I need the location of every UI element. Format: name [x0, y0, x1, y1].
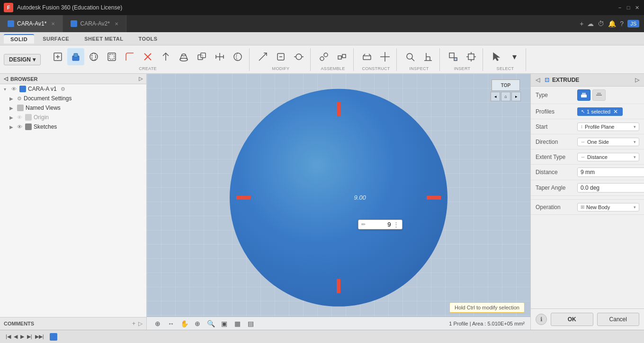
doc-settings-label: Document Settings	[24, 95, 72, 102]
panel-collapse-button[interactable]: ◁	[536, 77, 540, 83]
play-start-icon[interactable]: |◀	[6, 334, 11, 340]
view-cube-left-nav[interactable]: ◂	[491, 92, 500, 101]
view-cube-right-nav[interactable]: ▸	[511, 92, 521, 101]
browser-collapse-button[interactable]: ▷	[139, 76, 143, 82]
start-dropdown[interactable]: ↕ Profile Plane ▾	[577, 123, 639, 131]
notif-button[interactable]: 🔔	[608, 20, 616, 27]
modify-btn-3[interactable]	[290, 48, 307, 65]
browser-item-root[interactable]: ▾ 👁 CARA-A v1 ⚙	[0, 84, 146, 94]
distance-input[interactable]	[577, 167, 644, 177]
toolbar-tab-tools[interactable]: TOOLS	[132, 35, 164, 43]
minimize-button[interactable]: −	[617, 4, 623, 11]
toolbar-tab-surface[interactable]: SURFACE	[36, 35, 76, 43]
push-pull-button[interactable]	[157, 48, 174, 65]
canvas-tool-display[interactable]: ▣	[219, 318, 229, 329]
construct-btn-2[interactable]	[376, 48, 394, 65]
add-tab-button[interactable]: +	[580, 20, 583, 27]
canvas-tool-pan[interactable]: ↔	[166, 318, 176, 329]
operation-dropdown[interactable]: ⊞ New Body ▾	[577, 203, 639, 211]
panel-expand-icon[interactable]: ▷	[635, 77, 639, 83]
loft-button[interactable]	[175, 48, 192, 65]
play-end-icon[interactable]: ▶▶|	[35, 334, 44, 340]
ok-button[interactable]: OK	[551, 313, 593, 326]
info-button[interactable]: ℹ	[536, 314, 547, 325]
tab-cara-av1[interactable]: CARA-Av1* ✕	[0, 15, 63, 32]
help-button[interactable]: ?	[620, 20, 624, 27]
move-button[interactable]	[211, 48, 228, 65]
view-cube-home-nav[interactable]: ⌂	[501, 92, 510, 101]
insert-btn-2[interactable]	[463, 48, 480, 65]
toolbar-tab-sheetmetal[interactable]: SHEET METAL	[78, 35, 130, 43]
maximize-button[interactable]: □	[625, 4, 632, 11]
close-button[interactable]: ✕	[634, 4, 640, 11]
form-button[interactable]	[229, 48, 246, 65]
named-views-label: Named Views	[26, 105, 61, 111]
browser-item-origin[interactable]: ▶ 👁 Origin	[0, 113, 146, 122]
direction-dropdown[interactable]: ↔ One Side ▾	[577, 138, 639, 146]
modify-btn-1[interactable]	[254, 48, 271, 65]
profiles-selected-badge[interactable]: ↖ 1 selected ✕	[577, 107, 623, 116]
inspect-btn-2[interactable]	[420, 48, 437, 65]
assemble-btn-1[interactable]	[315, 48, 332, 65]
shell-button[interactable]	[103, 48, 120, 65]
inspect-btn-1[interactable]	[402, 48, 419, 65]
view-cube[interactable]: TOP ◂ ⌂ ▸	[487, 79, 525, 117]
canvas-tool-zoom-fit[interactable]: ⊕	[192, 318, 203, 329]
browser-item-named-views[interactable]: ▶ Named Views	[0, 103, 146, 113]
direction-value: ↔ One Side ▾	[577, 138, 639, 146]
comments-add-icon[interactable]: +	[132, 320, 135, 327]
browser-item-doc-settings[interactable]: ▶ ⚙ Document Settings	[0, 94, 146, 103]
fillet-button[interactable]	[121, 48, 138, 65]
design-workspace-button[interactable]: DESIGN ▾	[4, 54, 41, 65]
root-eye-icon[interactable]: 👁	[11, 86, 17, 92]
view-cube-top[interactable]: TOP	[492, 79, 520, 91]
cloud-button[interactable]: ☁	[587, 20, 594, 27]
type-btn-extrude[interactable]	[577, 89, 590, 101]
profiles-clear-button[interactable]: ✕	[612, 108, 619, 115]
toolbar-tab-solid[interactable]: SOLID	[4, 34, 34, 44]
modify-btn-2[interactable]	[272, 48, 289, 65]
extent-type-label: Extent Type	[536, 154, 573, 160]
tab-close-2[interactable]: ✕	[115, 21, 118, 26]
combine-button[interactable]	[193, 48, 210, 65]
dimension-input-box[interactable]: ✏ ⋮	[358, 220, 402, 229]
construct-btn-1[interactable]	[358, 48, 376, 65]
inspect-group-label: INSPECT	[409, 66, 429, 71]
play-next-icon[interactable]: ▶|	[27, 334, 32, 340]
create-sketch-button[interactable]	[49, 48, 66, 65]
insert-btn-1[interactable]	[445, 48, 462, 65]
revolve-button[interactable]	[85, 48, 102, 65]
profile-area-status: 1 Profile | Area : 5.010E+05 mm²	[449, 321, 525, 326]
canvas-tool-orbit[interactable]: ⊕	[152, 318, 163, 329]
input-more-icon[interactable]: ⋮	[393, 221, 399, 228]
delete-button[interactable]	[139, 48, 156, 65]
canvas-tool-more[interactable]: ▤	[245, 318, 256, 329]
type-btn-thin[interactable]	[592, 89, 606, 101]
origin-eye-icon[interactable]: 👁	[17, 114, 22, 120]
history-button[interactable]: ⏱	[598, 20, 604, 27]
canvas-tool-grid[interactable]: ▦	[232, 318, 242, 329]
taper-angle-input[interactable]	[577, 183, 644, 193]
select-dropdown[interactable]: ▾	[506, 48, 523, 65]
tab-close-1[interactable]: ✕	[51, 21, 55, 26]
comments-expand-icon[interactable]: ▷	[138, 320, 143, 327]
play-prev-icon[interactable]: ◀	[14, 334, 18, 340]
extent-type-dropdown[interactable]: ↔ Distance ▾	[577, 153, 639, 161]
extent-dd-icon: ↔	[581, 154, 585, 159]
user-avatar[interactable]: JS	[627, 20, 639, 27]
browser-item-sketches[interactable]: ▶ 👁 Sketches	[0, 122, 146, 132]
tab-cara-av2[interactable]: CARA-Av2* ✕	[63, 15, 126, 32]
dimension-input[interactable]	[367, 221, 391, 228]
select-btn-1[interactable]	[488, 48, 505, 65]
root-settings-icon[interactable]: ⚙	[61, 86, 65, 92]
start-row: Start ↕ Profile Plane ▾	[531, 119, 644, 134]
cancel-button[interactable]: Cancel	[597, 313, 640, 326]
canvas-tool-look[interactable]: ✋	[179, 318, 189, 329]
assemble-btn-2[interactable]	[333, 48, 350, 65]
play-icon[interactable]: ▶	[20, 334, 24, 340]
sketches-eye-icon[interactable]: 👁	[17, 124, 22, 130]
collapse-left-icon[interactable]: ◁	[4, 76, 8, 82]
canvas-tool-zoom[interactable]: 🔍	[206, 318, 216, 329]
canvas-area[interactable]: 9.00 ✏ ⋮ TOP ◂ ⌂ ▸ Hold Ctrl to modify s…	[147, 74, 530, 330]
extrude-button[interactable]	[67, 48, 84, 65]
